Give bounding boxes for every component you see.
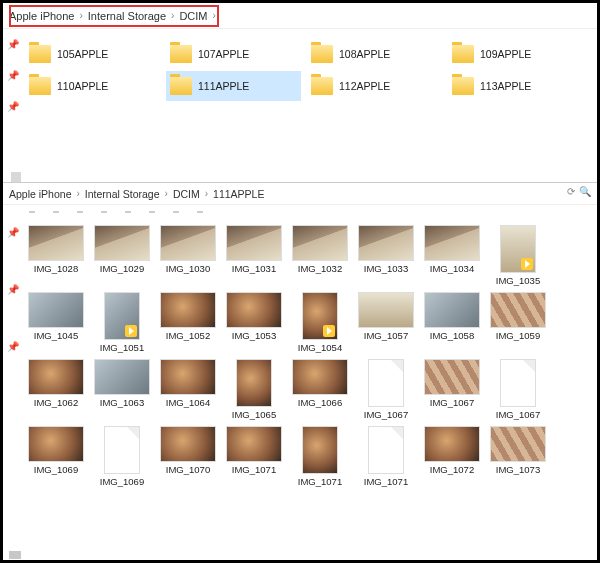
photo-thumbnail bbox=[490, 292, 546, 328]
folder-item[interactable]: 111APPLE bbox=[166, 71, 301, 101]
photo-thumbnail bbox=[160, 292, 216, 328]
thumbnail-item[interactable]: IMG_1031 bbox=[223, 225, 285, 286]
thumbnail-item[interactable]: IMG_1054 bbox=[289, 292, 351, 353]
thumbnail-item[interactable]: IMG_1071 bbox=[223, 426, 285, 487]
photo-thumbnail bbox=[28, 292, 84, 328]
thumbnail-item[interactable]: IMG_1030 bbox=[157, 225, 219, 286]
top-explorer-pane: Apple iPhone › Internal Storage › DCIM ›… bbox=[3, 3, 597, 183]
photo-thumbnail bbox=[28, 426, 84, 462]
breadcrumb-segment[interactable]: Apple iPhone bbox=[9, 188, 71, 200]
thumbnail-item[interactable]: IMG_1032 bbox=[289, 225, 351, 286]
photo-thumbnail bbox=[490, 426, 546, 462]
folder-item[interactable]: 109APPLE bbox=[448, 39, 583, 69]
thumbnail-item[interactable]: IMG_1053 bbox=[223, 292, 285, 353]
pin-icon: 📌 bbox=[7, 101, 19, 112]
breadcrumb-top[interactable]: Apple iPhone › Internal Storage › DCIM › bbox=[3, 3, 597, 29]
folder-item[interactable]: 110APPLE bbox=[25, 71, 160, 101]
thumbnail-item[interactable]: IMG_1029 bbox=[91, 225, 153, 286]
thumbnail-label: IMG_1070 bbox=[166, 464, 210, 475]
thumbnail-item[interactable]: IMG_1035 bbox=[487, 225, 549, 286]
folder-item[interactable]: 112APPLE bbox=[307, 71, 442, 101]
thumbnail-label: IMG_1059 bbox=[496, 330, 540, 341]
thumbnail-item[interactable]: IMG_1070 bbox=[157, 426, 219, 487]
photo-thumbnail bbox=[358, 225, 414, 261]
search-icon[interactable]: 🔍 bbox=[579, 186, 591, 197]
thumbnail-item[interactable]: IMG_1051 bbox=[91, 292, 153, 353]
thumbnail-label: IMG_1063 bbox=[100, 397, 144, 408]
thumbnail-item[interactable]: IMG_1067 bbox=[487, 359, 549, 420]
thumbnail-label: IMG_1064 bbox=[166, 397, 210, 408]
thumbnail-item[interactable]: IMG_1059 bbox=[487, 292, 549, 353]
photo-thumbnail bbox=[302, 292, 338, 340]
thumbnail-item[interactable]: IMG_1071 bbox=[289, 426, 351, 487]
file-icon bbox=[104, 426, 140, 474]
folder-label: 112APPLE bbox=[339, 80, 390, 92]
thumbnail-item[interactable]: IMG_1064 bbox=[157, 359, 219, 420]
pin-icon: 📌 bbox=[7, 284, 19, 295]
folder-item[interactable]: 107APPLE bbox=[166, 39, 301, 69]
photo-thumbnail bbox=[28, 225, 84, 261]
breadcrumb-segment[interactable]: DCIM bbox=[173, 188, 200, 200]
scrollbar-handle[interactable] bbox=[9, 551, 21, 559]
file-icon bbox=[500, 359, 536, 407]
folder-label: 113APPLE bbox=[480, 80, 531, 92]
photo-thumbnail bbox=[28, 359, 84, 395]
thumbnail-label: IMG_1062 bbox=[34, 397, 78, 408]
photo-thumbnail bbox=[226, 292, 282, 328]
thumbnail-item[interactable]: IMG_1072 bbox=[421, 426, 483, 487]
thumbnail-label: IMG_1069 bbox=[34, 464, 78, 475]
thumbnail-label: IMG_1031 bbox=[232, 263, 276, 274]
refresh-icon[interactable]: ⟳ bbox=[567, 186, 575, 197]
thumbnail-label: IMG_1034 bbox=[430, 263, 474, 274]
thumbnail-item[interactable]: IMG_1052 bbox=[157, 292, 219, 353]
photo-thumbnail bbox=[94, 359, 150, 395]
thumbnail-label: IMG_1052 bbox=[166, 330, 210, 341]
thumbnail-label: IMG_1032 bbox=[298, 263, 342, 274]
thumbnail-item[interactable]: IMG_1071 bbox=[355, 426, 417, 487]
thumbnail-item[interactable]: IMG_1067 bbox=[421, 359, 483, 420]
breadcrumb-bottom[interactable]: Apple iPhone › Internal Storage › DCIM ›… bbox=[3, 183, 597, 205]
thumbnail-label: IMG_1071 bbox=[232, 464, 276, 475]
thumbnail-item[interactable]: IMG_1062 bbox=[25, 359, 87, 420]
thumbnail-item[interactable]: IMG_1063 bbox=[91, 359, 153, 420]
folder-icon bbox=[311, 77, 333, 95]
thumbnail-label: IMG_1057 bbox=[364, 330, 408, 341]
photo-thumbnail bbox=[424, 225, 480, 261]
breadcrumb-segment[interactable]: Apple iPhone bbox=[9, 10, 74, 22]
breadcrumb-segment[interactable]: 111APPLE bbox=[213, 188, 264, 200]
photo-thumbnail bbox=[424, 426, 480, 462]
thumbnail-item[interactable]: IMG_1067 bbox=[355, 359, 417, 420]
photo-thumbnail bbox=[160, 359, 216, 395]
chevron-right-icon: › bbox=[163, 188, 170, 199]
folder-item[interactable]: 113APPLE bbox=[448, 71, 583, 101]
breadcrumb-segment[interactable]: Internal Storage bbox=[85, 188, 160, 200]
breadcrumb-segment[interactable]: Internal Storage bbox=[88, 10, 166, 22]
folder-label: 107APPLE bbox=[198, 48, 249, 60]
thumbnail-label: IMG_1071 bbox=[298, 476, 342, 487]
thumbnail-item[interactable]: IMG_1045 bbox=[25, 292, 87, 353]
pin-icon: 📌 bbox=[7, 70, 19, 81]
thumbnail-item[interactable]: IMG_1069 bbox=[91, 426, 153, 487]
thumbnail-item[interactable]: IMG_1065 bbox=[223, 359, 285, 420]
folder-label: 111APPLE bbox=[198, 80, 249, 92]
thumbnail-item[interactable]: IMG_1058 bbox=[421, 292, 483, 353]
thumbnail-item[interactable]: IMG_1069 bbox=[25, 426, 87, 487]
chevron-right-icon: › bbox=[169, 10, 176, 21]
thumbnail-label: IMG_1067 bbox=[364, 409, 408, 420]
folder-item[interactable]: 105APPLE bbox=[25, 39, 160, 69]
thumbnail-item[interactable]: IMG_1066 bbox=[289, 359, 351, 420]
photo-thumbnail bbox=[226, 426, 282, 462]
folder-label: 108APPLE bbox=[339, 48, 390, 60]
scrollbar-handle[interactable] bbox=[11, 172, 21, 182]
photo-thumbnail bbox=[424, 359, 480, 395]
thumbnail-item[interactable]: IMG_1057 bbox=[355, 292, 417, 353]
folder-item[interactable]: 108APPLE bbox=[307, 39, 442, 69]
chevron-right-icon: › bbox=[203, 188, 210, 199]
thumbnail-item[interactable]: IMG_1034 bbox=[421, 225, 483, 286]
photo-thumbnail bbox=[292, 225, 348, 261]
thumbnail-item[interactable]: IMG_1033 bbox=[355, 225, 417, 286]
breadcrumb-segment[interactable]: DCIM bbox=[179, 10, 207, 22]
thumbnail-item[interactable]: IMG_1028 bbox=[25, 225, 87, 286]
thumbnail-item[interactable]: IMG_1073 bbox=[487, 426, 549, 487]
thumbnail-label: IMG_1045 bbox=[34, 330, 78, 341]
